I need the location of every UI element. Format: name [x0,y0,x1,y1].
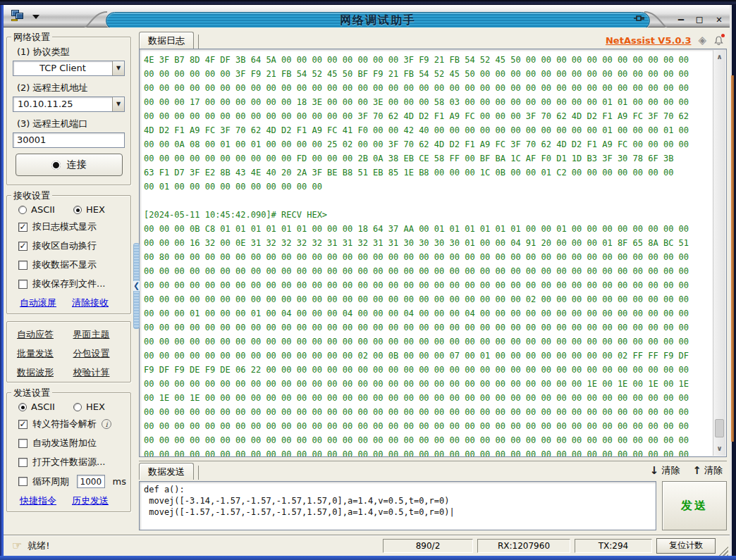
tx-counter: TX:294 [575,539,652,553]
tab-data-send[interactable]: 数据发送 [139,463,194,480]
clear-receive-label: 清除 [661,464,680,477]
radio-icon [18,206,27,214]
send-button[interactable]: 发送 [662,481,727,530]
clear-send-button[interactable]: ↑ 清除 [692,464,723,477]
hex-line: 00 00 00 00 00 00 00 00 00 00 00 00 00 0… [144,81,709,95]
hex-line: 4E 3F B7 8D 4F DF 3B 64 5A 00 00 00 00 0… [144,53,709,67]
port-input[interactable]: 30001 [13,132,125,148]
clear-receive-link[interactable]: 清除接收 [72,297,109,309]
send-settings-title: 发送设置 [11,387,52,399]
send-radio-ascii[interactable]: ASCII [18,402,55,412]
history-send-link[interactable]: 历史发送 [72,494,109,507]
tool-link[interactable]: 批量发送 [17,347,70,360]
sidebar: 网络设置 (1) 协议类型 TCP Client ▼ (2) 远程主机地址 10… [4,27,133,535]
recv-checkbox[interactable]: 接收保存到文件... [18,278,126,290]
cycle-input[interactable]: 1000 [77,475,105,488]
send-checkbox[interactable]: 自动发送附加位 [18,437,126,449]
hex-line: 00 00 00 00 00 00 00 00 00 00 00 00 00 0… [144,377,709,391]
cycle-label: 循环周期 [32,475,69,488]
info-icon[interactable]: i [102,419,111,429]
title-bar[interactable]: 网络调试助手 – □ ✕ [0,5,736,27]
edge-orange-strip [731,75,734,442]
scroll-down-icon[interactable]: ∨ [713,443,725,454]
recv-radio-hex[interactable]: HEX [73,204,105,215]
close-button[interactable]: ✕ [711,12,728,26]
chevron-down-icon[interactable]: ▼ [112,97,124,111]
host-value: 10.10.11.25 [13,97,112,111]
recv-checkbox[interactable]: ✓按日志模式显示 [18,220,126,233]
quick-commands-link[interactable]: 快捷指令 [20,494,56,507]
send-row: def a(): movej([-3.14,-1.57,-1.57,-1.57,… [139,481,727,530]
pointing-hand-icon: ☞ [12,539,22,552]
send-checkbox[interactable]: ✓转义符指令解析i [18,418,126,430]
clear-receive-button[interactable]: ↓ 清除 [650,464,680,477]
app-window: 网络调试助手 – □ ✕ 网络设置 (1) 协议类型 TCP Client ▼ … [0,0,736,560]
checkbox-icon [18,261,27,270]
bell-icon[interactable] [713,35,724,46]
hex-line: 00 00 00 16 32 00 0E 31 32 32 32 32 31 3… [144,236,709,250]
maximize-button[interactable]: □ [691,12,708,26]
rx-counter: RX:1207960 [477,539,570,553]
hex-line: 00 00 00 00 00 00 00 00 00 00 00 00 00 0… [144,335,709,349]
panel-splitter[interactable]: ❮ [133,243,140,329]
hex-line: 00 00 00 0B C8 01 01 01 01 01 01 00 00 0… [144,222,709,236]
checkbox-cycle-period[interactable]: 循环周期 1000 ms [18,475,126,488]
auto-scroll-link[interactable]: 自动滚屏 [20,297,56,309]
minimize-button[interactable]: – [673,12,689,26]
hex-line: F9 DF F9 DE F9 DE 06 22 00 00 00 00 00 0… [144,363,709,377]
radio-icon [73,403,82,411]
send-settings-group: 发送设置 ASCII HEX ✓转义符指令解析i自动发送附加位打开文件数据源..… [6,392,131,512]
connect-button[interactable]: 连接 [16,154,123,176]
hex-line: 00 00 00 00 00 00 00 00 00 00 00 00 00 0… [144,292,709,306]
recv-checkbox-label: 接收区自动换行 [32,239,97,252]
main-panel: 数据日志 NetAssist V5.0.3 ◈ 4E 3F B7 8D 4F D… [133,27,730,535]
tool-link[interactable]: 分包设置 [73,347,127,360]
tab-data-log[interactable]: 数据日志 [139,32,194,49]
hex-line: 00 00 00 00 00 00 00 00 00 00 00 00 00 0… [144,433,709,447]
system-menu-caret-icon[interactable] [32,15,39,19]
status-bar: ☞ 就绪! 890/2 RX:1207960 TX:294 复位计数 [4,535,730,556]
send-radio-ascii-label: ASCII [31,402,55,412]
send-input[interactable]: def a(): movej([-3.14,-1.57,-1.57,-1.57,… [139,481,656,530]
log-scrollbar[interactable]: ∧ ∨ [713,50,725,456]
tool-link[interactable]: 界面主题 [73,328,127,341]
recv-radio-ascii[interactable]: ASCII [18,204,55,215]
gem-icon[interactable]: ◈ [698,34,706,46]
scrollbar-thumb[interactable] [715,419,724,437]
recv-options: ✓按日志模式显示✓接收区自动换行接收数据不显示接收保存到文件... [11,220,126,290]
resize-grip[interactable] [718,546,728,556]
tool-link[interactable]: 自动应答 [17,328,70,341]
chevron-down-icon[interactable]: ▼ [112,61,124,75]
hex-log-lines: 4E 3F B7 8D 4F DF 3B 64 5A 00 00 00 00 0… [144,53,709,457]
send-radio-hex-label: HEX [86,402,105,412]
collapse-left-icon: ❮ [133,281,140,291]
pin-icon[interactable] [633,13,646,25]
hex-line: 63 F1 D7 3F E2 8B 43 4E 40 20 2A 3F BE B… [144,166,709,180]
send-tab-row: 数据发送 ↓ 清除 ↑ 清除 [139,461,727,480]
data-log-area[interactable]: 4E 3F B7 8D 4F DF 3B 64 5A 00 00 00 00 0… [139,49,727,457]
hex-line [144,194,709,208]
recv-checkbox[interactable]: ✓接收区自动换行 [18,239,126,252]
reset-count-button[interactable]: 复位计数 [656,538,716,554]
send-checkbox[interactable]: 打开文件数据源... [18,456,126,468]
tab-separator [198,466,199,480]
recv-checkbox[interactable]: 接收数据不显示 [18,259,126,271]
tool-link[interactable]: 数据波形 [17,366,70,379]
recv-radio-hex-label: HEX [86,204,105,215]
protocol-select[interactable]: TCP Client ▼ [13,61,125,76]
hex-line: 00 80 00 00 00 00 00 00 00 00 00 00 00 0… [144,250,709,264]
port-label: (3) 远程主机端口 [17,118,126,130]
tool-link[interactable]: 校验计算 [73,366,127,379]
arrow-down-icon: ↓ [650,464,659,477]
send-radio-hex[interactable]: HEX [73,402,105,412]
netassist-version-link[interactable]: NetAssist V5.0.3 [606,35,691,46]
scroll-up-icon[interactable]: ∧ [713,51,725,63]
send-options: ✓转义符指令解析i自动发送附加位打开文件数据源... [11,418,126,468]
window-left-edge [0,5,4,560]
packet-counter: 890/2 [383,539,473,553]
app-network-icon[interactable] [11,10,27,23]
host-select[interactable]: 10.10.11.25 ▼ [13,97,125,112]
window-title: 网络调试助手 [340,13,416,28]
checkbox-icon [18,439,27,448]
hex-line: 00 00 0A 08 00 01 00 01 00 00 00 00 25 0… [144,137,709,151]
